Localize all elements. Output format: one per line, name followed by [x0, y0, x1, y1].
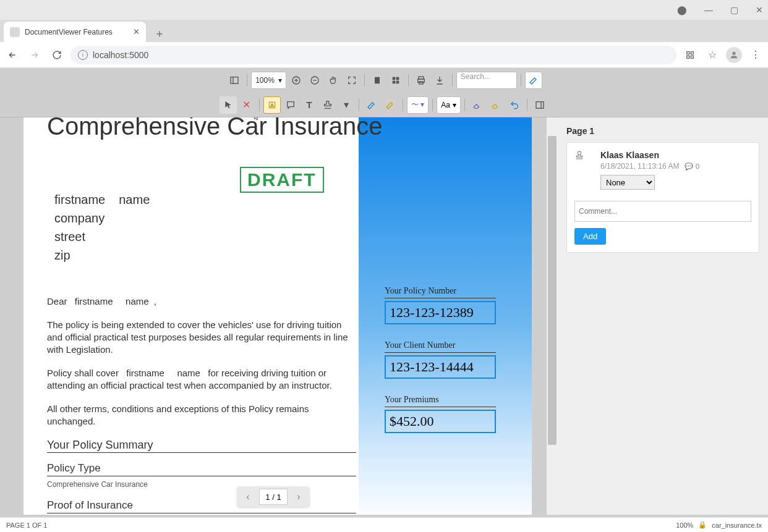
paragraph-3: All other terms, conditions and exceptio…: [47, 403, 356, 428]
svg-rect-22: [536, 101, 544, 108]
status-zoom: 100%: [676, 521, 693, 529]
address-bar: i localhost:5000 ☆ ⋮: [0, 42, 768, 68]
font-select[interactable]: Aa ▾: [437, 96, 461, 114]
viewer-toolbar-2: ✕ A T ▾ 〜 ▾ Aa ▾: [0, 93, 768, 117]
document-title: Comprehensive Car Insurance: [47, 117, 382, 140]
premiums-label: Your Premiums: [385, 395, 496, 407]
comment-tool-button[interactable]: [282, 96, 299, 114]
workspace: Comprehensive Car Insurance DRAFT firstn…: [0, 117, 768, 515]
policy-info-column: Your Policy Number 123-123-12389 Your Cl…: [385, 286, 496, 449]
search-input[interactable]: Search...: [456, 72, 517, 89]
annotation-status-select[interactable]: None: [600, 175, 655, 190]
lock-icon: 🔒: [698, 521, 707, 529]
comment-count: 0: [696, 163, 699, 170]
back-button[interactable]: [4, 46, 21, 64]
paragraph-1: The policy is being extended to cover th…: [47, 319, 356, 356]
annotation-author: Klaas Klaasen: [600, 150, 699, 160]
prev-page-button[interactable]: ‹: [237, 486, 259, 507]
site-info-icon[interactable]: i: [78, 50, 88, 60]
chevron-down-icon: ▾: [278, 76, 282, 85]
premiums-value: $452.00: [385, 410, 496, 433]
svg-rect-5: [231, 77, 238, 84]
annotations-sidebar: Page 1 Klaas Klaasen 6/18/2021, 11:13:16…: [558, 117, 768, 515]
eraser-button[interactable]: [469, 96, 486, 114]
field-company: company: [54, 209, 150, 227]
svg-rect-0: [687, 51, 689, 54]
browser-tab[interactable]: DocumentViewer Features ✕: [4, 22, 146, 42]
print-button[interactable]: [412, 72, 430, 89]
svg-text:A: A: [270, 103, 274, 108]
draft-stamp[interactable]: DRAFT: [240, 167, 324, 193]
client-number-value: 123-123-14444: [385, 355, 496, 379]
browser-menu-button[interactable]: ⋮: [747, 46, 764, 64]
svg-rect-1: [691, 51, 693, 54]
document-viewer: 100%▾ Search... ✕ A T ▾ 〜 ▾ Aa ▾: [0, 68, 768, 532]
zoom-out-button[interactable]: [306, 72, 323, 89]
address-input[interactable]: i localhost:5000: [70, 46, 676, 64]
edit-annotations-button[interactable]: [525, 72, 542, 89]
policy-type-value: Comprehensive Car Insurance: [47, 478, 356, 491]
add-comment-button[interactable]: Add: [574, 228, 606, 245]
body-text: Dear firstname name , The policy is bein…: [47, 295, 356, 515]
delete-annotation-button[interactable]: ✕: [238, 96, 255, 114]
status-bar: PAGE 1 OF 1 100% 🔒 car_insurance.tx: [0, 517, 768, 532]
sidebar-page-label: Page 1: [566, 126, 759, 136]
svg-point-4: [732, 51, 735, 54]
undo-button[interactable]: [506, 96, 523, 114]
bookmark-icon[interactable]: ☆: [704, 46, 721, 64]
vertical-scrollbar[interactable]: [547, 117, 558, 515]
viewer-toolbar-1: 100%▾ Search...: [0, 68, 768, 93]
sidebar-toggle-button[interactable]: [226, 72, 243, 89]
profile-avatar[interactable]: [726, 47, 742, 63]
zoom-in-button[interactable]: [288, 72, 305, 89]
page-indicator[interactable]: 1 / 1: [259, 489, 288, 505]
download-button[interactable]: [431, 72, 448, 89]
stamp-icon: [574, 150, 594, 170]
pointer-tool-button[interactable]: [220, 96, 237, 114]
status-filename: car_insurance.tx: [712, 521, 762, 529]
zoom-select[interactable]: 100%▾: [251, 72, 286, 89]
fullscreen-button[interactable]: [343, 72, 361, 89]
grid-view-button[interactable]: [387, 72, 404, 89]
paragraph-2: Policy shall cover firstname name for re…: [47, 367, 356, 392]
svg-rect-12: [375, 77, 380, 84]
incognito-icon: ⬤: [677, 5, 687, 15]
close-window-button[interactable]: ✕: [756, 5, 763, 15]
ink-tool-blue-button[interactable]: [363, 96, 380, 114]
svg-rect-16: [396, 81, 399, 84]
scrollbar-thumb[interactable]: [548, 136, 557, 445]
clear-all-button[interactable]: [487, 96, 505, 114]
client-number-label: Your Client Number: [385, 340, 496, 353]
tab-title: DocumentViewer Features: [25, 28, 128, 36]
field-street: street: [54, 227, 150, 246]
svg-rect-15: [393, 81, 396, 84]
extensions-icon[interactable]: [681, 46, 699, 64]
proof-heading: Proof of Insurance: [47, 499, 356, 513]
annotation-card: Klaas Klaasen 6/18/2021, 11:13:16 AM 💬0 …: [566, 142, 759, 253]
annotation-date: 6/18/2021, 11:13:16 AM: [600, 162, 679, 171]
forward-button[interactable]: [26, 46, 43, 64]
tab-close-button[interactable]: ✕: [133, 27, 140, 36]
stamp-dropdown[interactable]: ▾: [338, 96, 355, 114]
svg-rect-13: [393, 77, 396, 80]
annotations-panel-button[interactable]: [531, 96, 548, 114]
document-area[interactable]: Comprehensive Car Insurance DRAFT firstn…: [0, 117, 547, 515]
maximize-button[interactable]: ▢: [730, 5, 738, 15]
reload-button[interactable]: [48, 46, 66, 64]
comment-input[interactable]: [574, 201, 751, 222]
new-tab-button[interactable]: ＋: [151, 25, 168, 42]
minimize-button[interactable]: —: [704, 5, 713, 15]
next-page-button[interactable]: ›: [288, 486, 310, 507]
text-tool-button[interactable]: T: [301, 96, 318, 114]
policy-number-label: Your Policy Number: [385, 286, 496, 298]
single-page-button[interactable]: [369, 72, 386, 89]
policy-type-heading: Policy Type: [47, 462, 356, 476]
stamp-tool-button[interactable]: [319, 96, 336, 114]
svg-rect-14: [396, 77, 399, 80]
pan-button[interactable]: [325, 72, 342, 89]
document-page: Comprehensive Car Insurance DRAFT firstn…: [23, 117, 532, 515]
browser-tabstrip: DocumentViewer Features ✕ ＋: [0, 20, 768, 42]
line-style-select[interactable]: 〜 ▾: [407, 96, 429, 114]
highlight-tool-button[interactable]: A: [263, 96, 281, 114]
ink-tool-yellow-button[interactable]: [382, 96, 399, 114]
